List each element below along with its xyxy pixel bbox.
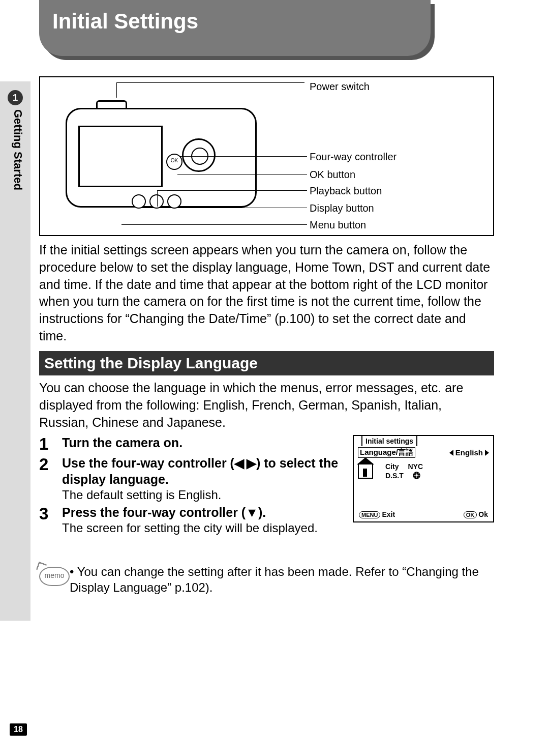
- label-ok-button: OK button: [310, 169, 355, 181]
- lead-line: [121, 224, 307, 225]
- lcd-language-row: Language/言語 English: [358, 447, 489, 458]
- left-arrow-icon: [449, 450, 453, 456]
- lcd-city-row: City NYC D.S.T ❂: [358, 462, 489, 480]
- label-menu-button: Menu button: [310, 219, 366, 231]
- lcd-dst-label: D.S.T: [385, 471, 404, 480]
- header-tab: Initial Settings: [39, 0, 431, 56]
- label-power-switch: Power switch: [310, 81, 370, 93]
- lcd-language-value: English: [455, 448, 483, 457]
- step-1: 1 Turn the camera on.: [39, 435, 342, 453]
- dst-icon: ❂: [413, 471, 420, 480]
- lcd-tab: Initial settings: [361, 435, 417, 446]
- memo-row: memo • You can change the setting after …: [39, 564, 494, 595]
- lcd-footer: MENUExit OKOk: [359, 510, 488, 518]
- lead-line: [175, 156, 307, 157]
- section-intro: You can choose the language in which the…: [39, 380, 494, 431]
- section-title-bar: Setting the Display Language: [39, 351, 494, 375]
- memo-text: • You can change the setting after it ha…: [70, 564, 494, 595]
- lcd-preview: Initial settings Language/言語 English Cit…: [353, 435, 494, 522]
- lead-line: [116, 82, 117, 98]
- label-playback-button: Playback button: [310, 185, 382, 197]
- step-number: 3: [39, 505, 62, 523]
- step-3: 3 Press the four-way controller (▼). The…: [39, 505, 342, 536]
- step-body-text: The default setting is English.: [62, 487, 342, 503]
- chapter-number: 1: [8, 90, 23, 105]
- label-display-button: Display button: [310, 202, 374, 214]
- step-head: Turn the camera on.: [62, 435, 182, 451]
- step-head: Press the four-way controller (▼).: [62, 505, 318, 520]
- lead-line: [157, 190, 307, 191]
- manual-page: 1 Getting Started 18 Initial Settings OK…: [0, 0, 549, 756]
- chapter-label: Getting Started: [11, 109, 24, 190]
- steps-list: 1 Turn the camera on. 2 Use the four-way…: [39, 435, 342, 538]
- camera-btn-3: [167, 194, 181, 209]
- camera-screen: [78, 126, 163, 187]
- lead-line: [157, 190, 158, 207]
- step-body-text: The screen for setting the city will be …: [62, 520, 318, 536]
- page-title: Initial Settings: [39, 0, 431, 34]
- camera-ok-button: OK: [166, 154, 182, 170]
- house-icon: [358, 463, 373, 479]
- lcd-exit-label: Exit: [382, 510, 395, 518]
- camera-diagram: OK Power switch Four-way controller OK b…: [39, 76, 494, 236]
- step-number: 2: [39, 455, 62, 474]
- camera-btn-1: [132, 194, 146, 209]
- lead-line: [177, 174, 307, 175]
- right-arrow-icon: [485, 450, 489, 456]
- lcd-city-label: City: [385, 462, 399, 471]
- memo-icon: memo: [39, 567, 70, 586]
- camera-sketch: OK: [66, 98, 254, 205]
- lcd-language-label: Language/言語: [358, 447, 415, 458]
- camera-btn-2: [149, 194, 164, 209]
- ok-pill: OK: [464, 511, 477, 518]
- lcd-ok-label: Ok: [478, 510, 488, 518]
- lcd-city-value: NYC: [408, 462, 423, 471]
- lead-line: [141, 208, 307, 208]
- lead-line: [116, 82, 304, 83]
- label-four-way: Four-way controller: [310, 151, 396, 163]
- step-number: 1: [39, 435, 62, 453]
- page-number: 18: [10, 723, 27, 736]
- intro-paragraph: If the initial settings screen appears w…: [39, 242, 494, 345]
- menu-pill: MENU: [359, 511, 380, 518]
- step-2: 2 Use the four-way controller (◀ ▶) to s…: [39, 455, 342, 503]
- camera-lens: [182, 138, 216, 172]
- step-head: Use the four-way controller (◀ ▶) to sel…: [62, 455, 342, 487]
